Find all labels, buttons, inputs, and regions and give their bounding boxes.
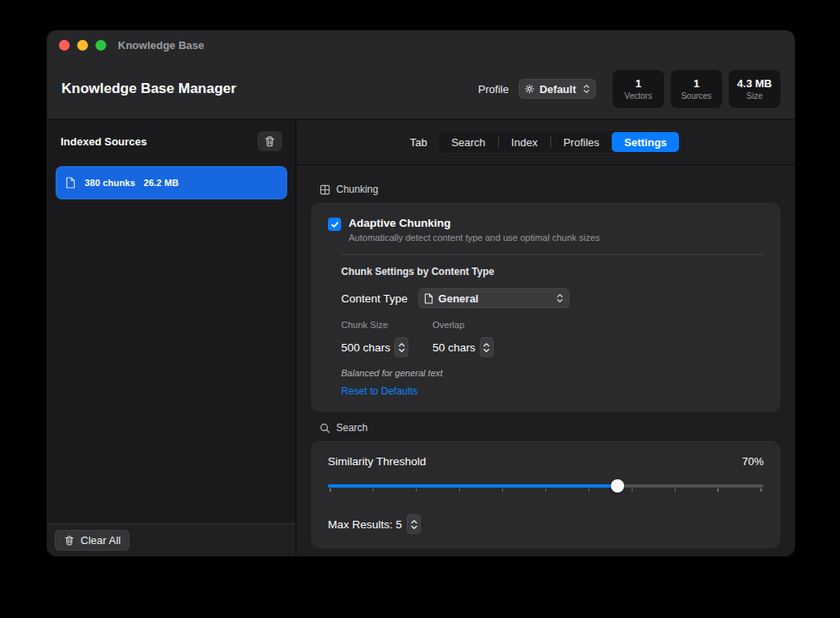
chunking-section-header: Chunking bbox=[320, 184, 779, 195]
stats-group: 1 Vectors 1 Sources 4.3 MB Size bbox=[613, 70, 780, 108]
close-button[interactable] bbox=[59, 40, 70, 51]
gear-icon bbox=[525, 84, 535, 94]
stat-label: Sources bbox=[681, 91, 712, 101]
reset-to-defaults-link[interactable]: Reset to Defaults bbox=[341, 385, 418, 397]
stat-label: Vectors bbox=[624, 91, 652, 101]
content-type-value: General bbox=[438, 292, 478, 305]
chunk-size-stepper[interactable] bbox=[394, 337, 408, 357]
stat-label: Size bbox=[746, 91, 762, 101]
grid-icon bbox=[320, 184, 330, 195]
stat-size: 4.3 MB Size bbox=[729, 70, 780, 108]
sidebar: Indexed Sources bbox=[47, 120, 296, 556]
trash-icon bbox=[264, 135, 276, 147]
source-size: 26.2 MB bbox=[144, 178, 178, 188]
adaptive-chunking-row: Adaptive Chunking Automatically detect c… bbox=[328, 217, 764, 243]
profile-value: Default bbox=[540, 83, 576, 96]
chunk-size-value: 500 chars bbox=[341, 341, 390, 354]
search-section-title: Search bbox=[336, 422, 368, 434]
profile-label: Profile bbox=[478, 83, 509, 96]
chunk-size-label: Chunk Size bbox=[341, 320, 432, 330]
main-panel: Tab Search Index Profiles Settings Chunk… bbox=[296, 120, 794, 556]
search-card: Similarity Threshold 70% bbox=[311, 441, 780, 548]
zoom-button[interactable] bbox=[95, 40, 106, 51]
chevron-up-down-icon bbox=[583, 83, 590, 95]
search-icon bbox=[320, 423, 330, 434]
slider-track bbox=[328, 484, 764, 488]
source-chunks: 380 chunks bbox=[85, 178, 135, 188]
overlap-label: Overlap bbox=[432, 320, 465, 330]
chevron-up-down-icon bbox=[556, 292, 564, 304]
chunk-field-labels: Chunk Size Overlap bbox=[341, 320, 764, 337]
source-list: 380 chunks 26.2 MB bbox=[47, 163, 295, 523]
titlebar: Knowledge Base bbox=[47, 31, 794, 59]
chunking-card: Adaptive Chunking Automatically detect c… bbox=[311, 203, 780, 412]
overlap-stepper[interactable] bbox=[480, 337, 494, 357]
clear-all-button[interactable]: Clear All bbox=[55, 530, 129, 551]
chunk-field-values: 500 chars 50 ch bbox=[341, 337, 764, 357]
tab-index[interactable]: Index bbox=[499, 132, 550, 152]
header: Knowledge Base Manager Profile Default 1 bbox=[47, 59, 794, 120]
stepper-chevrons-icon bbox=[410, 517, 418, 532]
minimize-button[interactable] bbox=[77, 40, 88, 51]
slider-thumb[interactable] bbox=[611, 479, 624, 493]
similarity-row: Similarity Threshold 70% bbox=[328, 455, 764, 468]
page-title: Knowledge Base Manager bbox=[61, 81, 237, 97]
adaptive-chunking-description: Automatically detect content type and us… bbox=[349, 233, 600, 243]
overlap-field: 50 chars bbox=[432, 337, 494, 357]
chunk-size-field: 500 chars bbox=[341, 337, 432, 357]
adaptive-chunking-checkbox[interactable] bbox=[328, 218, 341, 231]
traffic-lights bbox=[59, 40, 106, 51]
stat-sources: 1 Sources bbox=[671, 70, 722, 108]
adaptive-chunking-text: Adaptive Chunking Automatically detect c… bbox=[349, 217, 600, 243]
slider-ticks bbox=[330, 488, 762, 492]
sidebar-header: Indexed Sources bbox=[47, 120, 295, 163]
stat-value: 4.3 MB bbox=[737, 77, 772, 90]
similarity-label: Similarity Threshold bbox=[328, 455, 426, 468]
document-icon bbox=[66, 177, 76, 189]
tab-profiles[interactable]: Profiles bbox=[551, 132, 612, 152]
window-title: Knowledge Base bbox=[118, 39, 204, 52]
chunking-section-title: Chunking bbox=[336, 184, 378, 195]
sidebar-footer: Clear All bbox=[47, 523, 295, 556]
card-divider bbox=[341, 254, 764, 255]
similarity-slider[interactable] bbox=[328, 478, 764, 494]
stat-value: 1 bbox=[635, 77, 641, 90]
stat-vectors: 1 Vectors bbox=[613, 70, 664, 108]
header-right: Profile Default 1 Vectors bbox=[478, 70, 780, 108]
slider-fill bbox=[328, 484, 618, 488]
chunk-settings-title: Chunk Settings by Content Type bbox=[341, 266, 764, 277]
source-list-item[interactable]: 380 chunks 26.2 MB bbox=[56, 166, 287, 199]
trash-icon bbox=[64, 535, 75, 546]
max-results-stepper[interactable] bbox=[407, 514, 421, 534]
checkmark-icon bbox=[330, 220, 339, 229]
chunk-settings-group: Chunk Settings by Content Type Content T… bbox=[328, 266, 764, 398]
tab-bar: Tab Search Index Profiles Settings bbox=[296, 120, 794, 165]
stepper-chevrons-icon bbox=[398, 341, 406, 355]
stepper-chevrons-icon bbox=[482, 341, 491, 355]
tab-search[interactable]: Search bbox=[439, 132, 498, 152]
tab-settings[interactable]: Settings bbox=[612, 132, 679, 152]
sidebar-title: Indexed Sources bbox=[61, 135, 147, 148]
delete-source-button[interactable] bbox=[257, 131, 282, 151]
profile-dropdown[interactable]: Default bbox=[519, 79, 596, 99]
tab-label: Tab bbox=[410, 136, 427, 149]
document-icon bbox=[424, 293, 433, 304]
chunk-hint: Balanced for general text bbox=[341, 368, 764, 378]
overlap-value: 50 chars bbox=[432, 341, 476, 354]
app-window: Knowledge Base Knowledge Base Manager Pr… bbox=[47, 31, 794, 556]
search-section-header: Search bbox=[320, 422, 779, 434]
clear-all-label: Clear All bbox=[81, 534, 120, 547]
max-results-label: Max Results: 5 bbox=[328, 518, 402, 531]
settings-content: Chunking Adaptive Chunking Automatically… bbox=[296, 165, 794, 556]
content-type-row: Content Type General bbox=[341, 288, 764, 308]
stat-value: 1 bbox=[693, 77, 699, 90]
source-meta: 380 chunks 26.2 MB bbox=[85, 178, 178, 188]
adaptive-chunking-label: Adaptive Chunking bbox=[349, 217, 600, 229]
content-type-label: Content Type bbox=[341, 292, 408, 305]
similarity-value: 70% bbox=[742, 455, 764, 468]
content-type-dropdown[interactable]: General bbox=[418, 288, 569, 308]
max-results-row: Max Results: 5 bbox=[328, 514, 764, 534]
tab-segmented-control: Search Index Profiles Settings bbox=[437, 130, 681, 154]
